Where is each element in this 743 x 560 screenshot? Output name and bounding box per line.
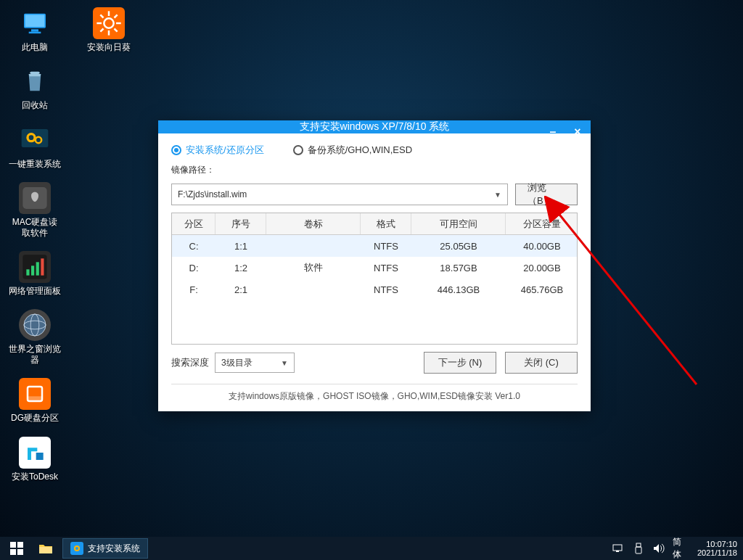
th-partition: 分区	[172, 213, 215, 234]
next-button[interactable]: 下一步 (N)	[424, 352, 496, 374]
start-button[interactable]	[0, 537, 33, 560]
svg-rect-18	[22, 382, 46, 405]
windows-logo-icon	[10, 542, 23, 555]
desktop-icon-label: 安装ToDesk	[12, 472, 58, 482]
partition-table: 分区 序号 卷标 格式 可用空间 分区容量 C: 1:1 NTFS 25.05G…	[171, 213, 578, 345]
desktop-icon-label: 一键重装系统	[9, 159, 61, 169]
svg-rect-39	[613, 545, 622, 551]
desktop-icon-mac-disk-reader[interactable]: MAC硬盘读取软件	[9, 182, 61, 238]
dg-icon	[19, 378, 51, 410]
clock-time: 10:07:10	[697, 540, 737, 548]
desktop-icon-label: 世界之窗浏览器	[9, 344, 61, 365]
svg-line-31	[115, 15, 118, 17]
network-tray-icon[interactable]	[612, 542, 625, 555]
svg-rect-37	[39, 547, 52, 553]
svg-rect-41	[636, 543, 641, 547]
svg-rect-12	[36, 262, 39, 275]
gear-app-icon	[70, 542, 83, 555]
svg-rect-33	[10, 542, 16, 548]
th-format: 格式	[361, 213, 411, 234]
desktop-icon-dg-partition[interactable]: DG硬盘分区	[9, 378, 61, 423]
usb-tray-icon[interactable]	[632, 542, 645, 555]
dropdown-triangle-icon: ▼	[494, 191, 501, 199]
desktop-icon-install-sunflower[interactable]: 安装向日葵	[83, 7, 135, 52]
radio-label: 备份系统/GHO,WIN,ESD	[308, 144, 412, 157]
monitor-icon	[19, 7, 51, 39]
radio-install-restore[interactable]: 安装系统/还原分区	[171, 144, 264, 157]
volume-tray-icon[interactable]	[652, 542, 665, 555]
svg-rect-13	[41, 258, 44, 275]
taskbar-app-button[interactable]: 支持安装系统	[62, 538, 148, 559]
svg-rect-11	[31, 265, 34, 275]
radio-label: 安装系统/还原分区	[186, 144, 264, 157]
svg-rect-10	[26, 269, 29, 275]
dialog-titlebar[interactable]: 支持安装windows XP/7/8/10 系统 – ×	[158, 120, 591, 133]
svg-rect-2	[31, 29, 38, 31]
svg-rect-22	[36, 453, 44, 460]
globe-icon	[19, 309, 51, 341]
th-label: 卷标	[266, 213, 361, 234]
svg-rect-4	[30, 72, 39, 74]
desktop-icon-install-todesk[interactable]: 安装ToDesk	[9, 437, 61, 482]
desktop-icon-this-pc[interactable]: 此电脑	[9, 7, 61, 52]
trash-icon	[19, 65, 51, 97]
desktop-icon-label: 回收站	[22, 100, 48, 110]
todesk-icon	[19, 437, 51, 469]
desktop-icon-label: 网络管理面板	[9, 286, 61, 296]
search-depth-combobox[interactable]: 3级目录 ▼	[215, 353, 295, 373]
table-header: 分区 序号 卷标 格式 可用空间 分区容量	[172, 213, 577, 235]
svg-line-30	[100, 29, 103, 32]
status-footer: 支持windows原版镜像，GHOST ISO镜像，GHO,WIM,ESD镜像安…	[171, 384, 578, 405]
svg-point-23	[104, 18, 113, 28]
desktop-icon-label: 此电脑	[22, 42, 48, 52]
desktop-icon-recycle-bin[interactable]: 回收站	[9, 65, 61, 110]
desktop-icon-label: 安装向日葵	[87, 42, 131, 52]
svg-rect-3	[29, 32, 41, 34]
table-row[interactable]: F: 2:1 NTFS 446.13GB 465.76GB	[172, 279, 577, 300]
image-path-combobox[interactable]: F:\Zjds\install.wim ▼	[171, 184, 508, 205]
taskbar-app-label: 支持安装系统	[88, 543, 140, 555]
table-rows: C: 1:1 NTFS 25.05GB 40.00GB D: 1:2 软件 NT…	[172, 235, 577, 344]
svg-rect-42	[636, 547, 641, 553]
radio-dot-icon	[171, 145, 181, 155]
th-free: 可用空间	[411, 213, 506, 234]
close-button-bottom[interactable]: 关闭 (C)	[505, 352, 578, 374]
dialog-title: 支持安装windows XP/7/8/10 系统	[300, 120, 450, 133]
taskbar: 支持安装系统 简体 10:07:10 2021/11/18	[0, 537, 743, 560]
close-button[interactable]: ×	[569, 123, 586, 141]
th-index: 序号	[215, 213, 266, 234]
network-bars-icon	[19, 251, 51, 283]
sunflower-icon	[93, 7, 125, 39]
gears-icon	[19, 124, 51, 156]
ime-indicator[interactable]: 简体	[673, 542, 686, 555]
svg-rect-40	[616, 551, 619, 552]
minimize-button[interactable]: –	[544, 123, 562, 141]
svg-line-28	[100, 15, 103, 17]
search-depth-label: 搜索深度	[171, 356, 209, 369]
folder-icon	[38, 543, 53, 554]
file-explorer-button[interactable]	[33, 537, 58, 560]
desktop-icon-label: DG硬盘分区	[11, 413, 59, 423]
radio-backup[interactable]: 备份系统/GHO,WIN,ESD	[293, 144, 412, 157]
clock-date: 2021/11/18	[697, 548, 737, 557]
radio-dot-icon	[293, 145, 303, 155]
browse-button[interactable]: 浏览（B）	[515, 184, 578, 205]
installer-dialog: 支持安装windows XP/7/8/10 系统 – × 安装系统/还原分区 备…	[158, 120, 591, 411]
svg-rect-34	[17, 542, 23, 548]
system-tray: 简体 10:07:10 2021/11/18	[612, 540, 743, 557]
table-row[interactable]: D: 1:2 软件 NTFS 18.57GB 20.00GB	[172, 257, 577, 279]
apple-disk-icon	[19, 182, 51, 214]
dropdown-triangle-icon: ▼	[281, 359, 288, 367]
image-path-label: 镜像路径：	[171, 164, 578, 176]
svg-rect-36	[17, 549, 23, 555]
svg-rect-1	[25, 15, 45, 27]
desktop-icon-one-click-reinstall[interactable]: 一键重装系统	[9, 124, 61, 169]
taskbar-clock[interactable]: 10:07:10 2021/11/18	[693, 540, 737, 557]
image-path-value: F:\Zjds\install.wim	[178, 189, 247, 199]
desktop-icon-world-browser[interactable]: 世界之窗浏览器	[9, 309, 61, 365]
desktop-icon-label: MAC硬盘读取软件	[9, 217, 61, 238]
svg-line-29	[115, 29, 118, 32]
table-row[interactable]: C: 1:1 NTFS 25.05GB 40.00GB	[172, 235, 577, 257]
svg-rect-35	[10, 549, 16, 555]
desktop-icon-network-panel[interactable]: 网络管理面板	[9, 251, 61, 296]
